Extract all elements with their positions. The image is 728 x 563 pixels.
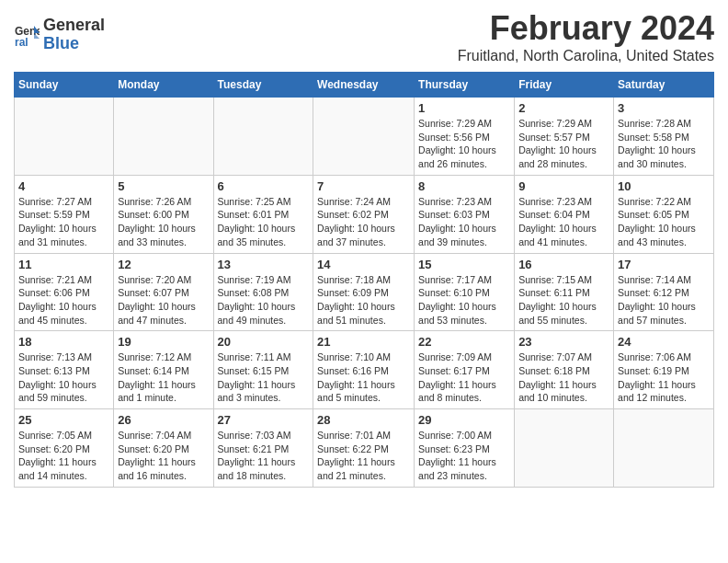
calendar-cell: 27Sunrise: 7:03 AM Sunset: 6:21 PM Dayli… [213, 409, 313, 488]
weekday-header-row: SundayMondayTuesdayWednesdayThursdayFrid… [15, 73, 714, 98]
day-info: Sunrise: 7:25 AM Sunset: 6:01 PM Dayligh… [218, 195, 310, 249]
day-info: Sunrise: 7:12 AM Sunset: 6:14 PM Dayligh… [118, 350, 209, 405]
calendar-cell: 3Sunrise: 7:28 AM Sunset: 5:58 PM Daylig… [614, 98, 714, 176]
day-info: Sunrise: 7:22 AM Sunset: 6:05 PM Dayligh… [618, 195, 710, 249]
calendar-cell: 4Sunrise: 7:27 AM Sunset: 5:59 PM Daylig… [15, 175, 114, 253]
day-number: 3 [618, 101, 710, 115]
calendar-cell: 22Sunrise: 7:09 AM Sunset: 6:17 PM Dayli… [415, 331, 515, 409]
calendar-week-4: 18Sunrise: 7:13 AM Sunset: 6:13 PM Dayli… [15, 331, 714, 409]
calendar-cell: 9Sunrise: 7:23 AM Sunset: 6:04 PM Daylig… [515, 175, 614, 253]
calendar-cell: 1Sunrise: 7:29 AM Sunset: 5:56 PM Daylig… [415, 98, 515, 176]
day-number: 26 [118, 413, 209, 427]
calendar-cell: 24Sunrise: 7:06 AM Sunset: 6:19 PM Dayli… [614, 331, 714, 409]
calendar-header: SundayMondayTuesdayWednesdayThursdayFrid… [15, 73, 714, 98]
day-number: 8 [418, 179, 510, 193]
day-info: Sunrise: 7:14 AM Sunset: 6:12 PM Dayligh… [618, 273, 710, 327]
calendar-cell: 19Sunrise: 7:12 AM Sunset: 6:14 PM Dayli… [114, 331, 213, 409]
calendar-cell [114, 98, 213, 176]
calendar-week-5: 25Sunrise: 7:05 AM Sunset: 6:20 PM Dayli… [15, 409, 714, 488]
weekday-header-thursday: Thursday [415, 73, 515, 98]
svg-text:ral: ral [15, 36, 28, 48]
day-info: Sunrise: 7:23 AM Sunset: 6:04 PM Dayligh… [518, 195, 609, 249]
day-number: 28 [317, 413, 410, 427]
calendar-cell: 6Sunrise: 7:25 AM Sunset: 6:01 PM Daylig… [213, 175, 313, 253]
day-info: Sunrise: 7:07 AM Sunset: 6:18 PM Dayligh… [518, 350, 609, 405]
day-info: Sunrise: 7:20 AM Sunset: 6:07 PM Dayligh… [118, 273, 209, 327]
day-info: Sunrise: 7:03 AM Sunset: 6:21 PM Dayligh… [218, 429, 310, 483]
calendar-week-3: 11Sunrise: 7:21 AM Sunset: 6:06 PM Dayli… [15, 253, 714, 331]
day-info: Sunrise: 7:18 AM Sunset: 6:09 PM Dayligh… [317, 273, 410, 327]
day-number: 23 [518, 335, 609, 349]
calendar-cell [313, 98, 415, 176]
day-info: Sunrise: 7:05 AM Sunset: 6:20 PM Dayligh… [18, 429, 109, 483]
day-number: 9 [518, 179, 609, 193]
day-number: 22 [418, 335, 510, 349]
calendar-cell [614, 409, 714, 488]
day-number: 1 [418, 101, 510, 115]
day-info: Sunrise: 7:15 AM Sunset: 6:11 PM Dayligh… [518, 273, 609, 327]
calendar-cell: 12Sunrise: 7:20 AM Sunset: 6:07 PM Dayli… [114, 253, 213, 331]
calendar-cell: 10Sunrise: 7:22 AM Sunset: 6:05 PM Dayli… [614, 175, 714, 253]
calendar-cell: 15Sunrise: 7:17 AM Sunset: 6:10 PM Dayli… [415, 253, 515, 331]
weekday-header-sunday: Sunday [15, 73, 114, 98]
day-number: 21 [317, 335, 410, 349]
day-info: Sunrise: 7:10 AM Sunset: 6:16 PM Dayligh… [317, 350, 410, 405]
calendar-subtitle: Fruitland, North Carolina, United States [458, 48, 714, 64]
day-number: 10 [618, 179, 710, 193]
weekday-header-monday: Monday [114, 73, 213, 98]
day-info: Sunrise: 7:01 AM Sunset: 6:22 PM Dayligh… [317, 429, 410, 483]
day-number: 20 [218, 335, 310, 349]
calendar-cell [15, 98, 114, 176]
calendar-cell [213, 98, 313, 176]
calendar-cell: 2Sunrise: 7:29 AM Sunset: 5:57 PM Daylig… [515, 98, 614, 176]
day-info: Sunrise: 7:00 AM Sunset: 6:23 PM Dayligh… [418, 429, 510, 483]
day-info: Sunrise: 7:06 AM Sunset: 6:19 PM Dayligh… [618, 350, 710, 405]
header: Gene ral General Blue February 2024 Frui… [14, 9, 714, 64]
day-info: Sunrise: 7:13 AM Sunset: 6:13 PM Dayligh… [18, 350, 109, 405]
day-info: Sunrise: 7:21 AM Sunset: 6:06 PM Dayligh… [18, 273, 109, 327]
day-number: 24 [618, 335, 710, 349]
logo-line2: Blue [43, 34, 79, 52]
calendar-cell [515, 409, 614, 488]
day-number: 27 [218, 413, 310, 427]
day-number: 18 [18, 335, 109, 349]
day-info: Sunrise: 7:04 AM Sunset: 6:20 PM Dayligh… [118, 429, 209, 483]
weekday-header-friday: Friday [515, 73, 614, 98]
day-number: 15 [418, 258, 510, 271]
calendar-cell: 23Sunrise: 7:07 AM Sunset: 6:18 PM Dayli… [515, 331, 614, 409]
day-info: Sunrise: 7:19 AM Sunset: 6:08 PM Dayligh… [218, 273, 310, 327]
calendar-week-1: 1Sunrise: 7:29 AM Sunset: 5:56 PM Daylig… [15, 98, 714, 176]
calendar-cell: 17Sunrise: 7:14 AM Sunset: 6:12 PM Dayli… [614, 253, 714, 331]
day-number: 13 [218, 258, 310, 271]
day-info: Sunrise: 7:11 AM Sunset: 6:15 PM Dayligh… [218, 350, 310, 405]
calendar-cell: 16Sunrise: 7:15 AM Sunset: 6:11 PM Dayli… [515, 253, 614, 331]
calendar-week-2: 4Sunrise: 7:27 AM Sunset: 5:59 PM Daylig… [15, 175, 714, 253]
day-info: Sunrise: 7:24 AM Sunset: 6:02 PM Dayligh… [317, 195, 410, 249]
day-number: 16 [518, 258, 609, 271]
calendar-cell: 7Sunrise: 7:24 AM Sunset: 6:02 PM Daylig… [313, 175, 415, 253]
day-number: 19 [118, 335, 209, 349]
weekday-header-tuesday: Tuesday [213, 73, 313, 98]
day-info: Sunrise: 7:23 AM Sunset: 6:03 PM Dayligh… [418, 195, 510, 249]
day-info: Sunrise: 7:28 AM Sunset: 5:58 PM Dayligh… [618, 117, 710, 171]
day-number: 14 [317, 258, 410, 271]
calendar-cell: 14Sunrise: 7:18 AM Sunset: 6:09 PM Dayli… [313, 253, 415, 331]
day-number: 29 [418, 413, 510, 427]
calendar-table: SundayMondayTuesdayWednesdayThursdayFrid… [14, 72, 714, 488]
calendar-cell: 18Sunrise: 7:13 AM Sunset: 6:13 PM Dayli… [15, 331, 114, 409]
logo-line1: General [43, 16, 105, 34]
day-info: Sunrise: 7:27 AM Sunset: 5:59 PM Dayligh… [18, 195, 109, 249]
day-number: 5 [118, 179, 209, 193]
day-info: Sunrise: 7:26 AM Sunset: 6:00 PM Dayligh… [118, 195, 209, 249]
day-number: 11 [18, 258, 109, 271]
calendar-cell: 20Sunrise: 7:11 AM Sunset: 6:15 PM Dayli… [213, 331, 313, 409]
calendar-cell: 8Sunrise: 7:23 AM Sunset: 6:03 PM Daylig… [415, 175, 515, 253]
day-number: 4 [18, 179, 109, 193]
calendar-cell: 29Sunrise: 7:00 AM Sunset: 6:23 PM Dayli… [415, 409, 515, 488]
calendar-body: 1Sunrise: 7:29 AM Sunset: 5:56 PM Daylig… [15, 98, 714, 488]
weekday-header-wednesday: Wednesday [313, 73, 415, 98]
day-info: Sunrise: 7:29 AM Sunset: 5:56 PM Dayligh… [418, 117, 510, 171]
day-info: Sunrise: 7:09 AM Sunset: 6:17 PM Dayligh… [418, 350, 510, 405]
day-number: 12 [118, 258, 209, 271]
day-info: Sunrise: 7:29 AM Sunset: 5:57 PM Dayligh… [518, 117, 609, 171]
